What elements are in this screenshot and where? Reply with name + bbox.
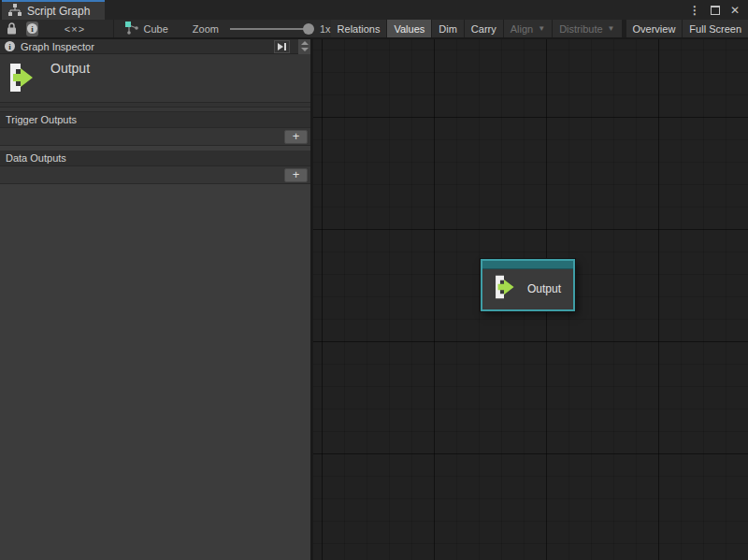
inspector-title: Graph Inspector [21,41,268,52]
full-screen-button[interactable]: Full Screen [683,20,748,37]
output-node-header[interactable] [482,261,573,269]
scroll-spinner[interactable] [298,39,310,54]
zoom-slider[interactable] [230,28,310,30]
info-icon: i [5,41,15,51]
graph-canvas[interactable]: Output [313,39,748,560]
tab-bar: Script Graph ⋮ ✕ [0,0,748,20]
chevron-down-icon: ▼ [538,25,545,33]
overview-button[interactable]: Overview [626,20,683,37]
carry-button[interactable]: Carry [465,20,503,37]
maximize-icon[interactable] [711,6,720,15]
output-node-body: Output [482,269,573,309]
inspector-toggle-button[interactable]: i [26,22,38,36]
output-unit-icon [7,63,34,102]
view-buttons-group: Relations Values Dim Carry Align ▼ Distr… [331,20,748,37]
tab-script-graph[interactable]: Script Graph [2,0,105,20]
chevron-down-icon: ▼ [608,25,615,33]
relations-label: Relations [338,23,381,35]
add-data-output-button[interactable]: + [284,168,308,182]
overview-label: Overview [633,23,676,35]
values-button[interactable]: Values [387,20,431,37]
close-icon[interactable]: ✕ [730,4,740,17]
zoom-label: Zoom [193,23,219,35]
toolbar: i <×> Cube Zoom 1x Relations [0,20,748,39]
inspector-empty-area [0,184,310,560]
graph-hierarchy-icon [8,4,22,19]
dim-button[interactable]: Dim [432,20,464,37]
dim-label: Dim [439,23,457,35]
align-label: Align [511,23,533,35]
main-area: i Graph Inspector [0,39,748,560]
data-outputs-list: + [0,166,310,184]
zoom-slider-handle[interactable] [303,23,314,35]
carry-label: Carry [471,23,496,35]
node-title: Output [527,282,561,295]
distribute-label: Distribute [559,23,602,35]
cube-graph-button[interactable]: Cube [125,22,168,36]
full-screen-label: Full Screen [689,23,741,35]
data-outputs-label: Data Outputs [6,152,66,164]
scroll-up-icon[interactable] [301,41,309,45]
code-view-icon[interactable]: <×> [65,23,85,35]
unit-inspector-header: Output [0,54,310,103]
values-label: Values [394,23,424,35]
graph-inspector-panel: i Graph Inspector [0,39,313,560]
trigger-outputs-section-label: Trigger Outputs [0,112,310,128]
trigger-outputs-label: Trigger Outputs [6,114,77,125]
unit-title: Output [50,61,90,102]
menu-icon[interactable]: ⋮ [689,4,700,17]
info-icon: i [27,23,37,34]
trigger-outputs-list: + [0,128,310,146]
toolbar-gap [623,20,626,37]
lock-icon[interactable] [7,22,17,35]
cube-label: Cube [144,23,168,35]
zoom-value: 1x [320,23,331,35]
zoom-control: Zoom 1x [193,23,331,35]
relations-button[interactable]: Relations [331,20,387,37]
script-graph-window: Script Graph ⋮ ✕ i <×> [0,0,748,560]
distribute-button: Distribute ▼ [553,20,621,37]
tab-title: Script Graph [27,5,90,18]
align-button: Align ▼ [504,20,552,37]
add-trigger-output-button[interactable]: + [284,130,308,144]
graph-node-icon [125,22,138,36]
window-controls: ⋮ ✕ [689,0,748,20]
scroll-down-icon[interactable] [301,48,309,51]
output-node[interactable]: Output [481,259,575,311]
dock-expand-icon[interactable] [274,40,290,53]
inspector-header: i Graph Inspector [0,39,310,54]
data-outputs-section-label: Data Outputs [0,151,310,166]
output-unit-icon [493,275,515,303]
